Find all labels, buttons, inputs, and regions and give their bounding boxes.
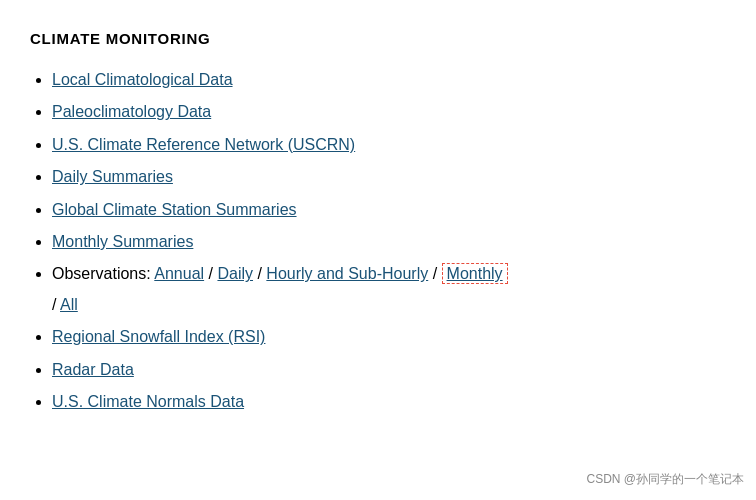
observations-daily-link[interactable]: Daily [217,265,253,282]
list-item-observations: Observations: Annual / Daily / Hourly an… [52,259,726,320]
monthly-summaries-link[interactable]: Monthly Summaries [52,233,193,250]
regional-snowfall-link[interactable]: Regional Snowfall Index (RSI) [52,328,265,345]
list-item-global-climate: Global Climate Station Summaries [52,195,726,225]
list-item-radar-data: Radar Data [52,355,726,385]
list-item-local-climatological: Local Climatological Data [52,65,726,95]
daily-summaries-link[interactable]: Daily Summaries [52,168,173,185]
observations-monthly-highlighted-link[interactable]: Monthly [442,263,508,284]
list-item-us-climate-normals: U.S. Climate Normals Data [52,387,726,417]
observations-all-link[interactable]: All [60,296,78,313]
list-item-daily-summaries: Daily Summaries [52,162,726,192]
observations-label: Observations: [52,265,151,282]
us-climate-normals-link[interactable]: U.S. Climate Normals Data [52,393,244,410]
uscrn-link[interactable]: U.S. Climate Reference Network (USCRN) [52,136,355,153]
radar-data-link[interactable]: Radar Data [52,361,134,378]
section-title: CLIMATE MONITORING [30,30,726,47]
list-item-uscrn: U.S. Climate Reference Network (USCRN) [52,130,726,160]
list-item-regional-snowfall: Regional Snowfall Index (RSI) [52,322,726,352]
global-climate-link[interactable]: Global Climate Station Summaries [52,201,297,218]
observations-hourly-link[interactable]: Hourly and Sub-Hourly [266,265,428,282]
watermark: CSDN @孙同学的一个笔记本 [586,471,744,488]
paleoclimatology-link[interactable]: Paleoclimatology Data [52,103,211,120]
list-item-paleoclimatology: Paleoclimatology Data [52,97,726,127]
list-item-monthly-summaries: Monthly Summaries [52,227,726,257]
observations-annual-link[interactable]: Annual [154,265,204,282]
local-climatological-link[interactable]: Local Climatological Data [52,71,233,88]
climate-links-list: Local Climatological Data Paleoclimatolo… [30,65,726,417]
